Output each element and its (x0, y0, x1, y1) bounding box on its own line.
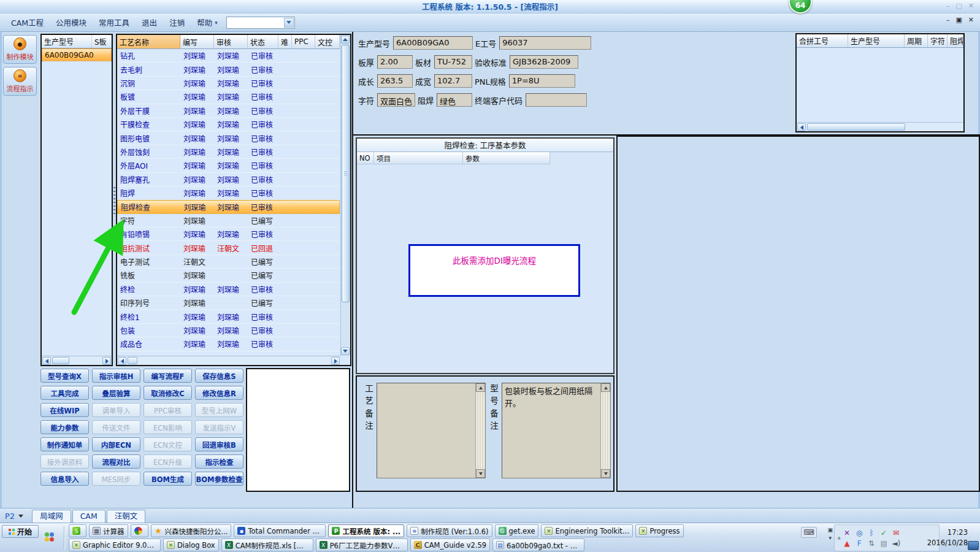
mask-field[interactable]: 绿色 (437, 93, 472, 107)
taskbar-clock[interactable]: 17:23 2016/10/28 (927, 527, 968, 548)
task-button[interactable]: ▤ 6a00b09ga0.txt - 写字板 (492, 539, 584, 551)
process-row[interactable]: 铣板 刘琛瑜 已编写 (117, 269, 340, 282)
tray-icon[interactable]: ◄) (892, 539, 900, 548)
minimize-icon[interactable]: – (946, 2, 950, 10)
desktop-tab[interactable]: 局域网 (32, 510, 71, 523)
menu-cam-project[interactable]: CAM工程 (5, 15, 50, 30)
action-button[interactable]: 编写流程F (144, 369, 192, 383)
task-button[interactable]: ▪ Total Commander 7.0... (234, 524, 326, 537)
col-status[interactable]: 状态 (248, 35, 278, 48)
tray-icon[interactable]: ⇅ (867, 539, 876, 548)
start-button[interactable]: 开始 (2, 525, 39, 538)
menu-logout[interactable]: 注销 (163, 15, 191, 30)
standard-field[interactable]: GJB362B-2009 (510, 55, 578, 69)
process-row[interactable]: 沉铜 刘琛瑜 刘琛瑜 已审核 (117, 77, 340, 90)
tray-icon[interactable]: ▲ (843, 539, 851, 548)
task-button[interactable]: ✕ Progress (635, 524, 683, 537)
action-button[interactable]: MES同步 (92, 472, 140, 486)
task-button[interactable]: ✕ Graphic Editor 9.07b2 (0... (69, 539, 161, 551)
task-button[interactable] (131, 524, 148, 537)
toolbar-restore-control[interactable]: ▣▾ (827, 526, 833, 542)
process-row[interactable]: 字符 刘琛瑜 已编写 (117, 214, 340, 228)
desktop-selector[interactable]: P2 (5, 512, 23, 521)
process-row[interactable]: 外层干膜 刘琛瑜 刘琛瑜 已审核 (117, 104, 340, 118)
process-row[interactable]: 去毛刺 刘琛瑜 刘琛瑜 已审核 (117, 63, 340, 76)
tray-icon[interactable]: F (855, 539, 863, 548)
process-row[interactable]: 外层蚀刻 刘琛瑜 刘琛瑜 已审核 (117, 145, 340, 159)
col-param[interactable]: 参数 (463, 152, 550, 164)
action-button[interactable]: 叠层验算 (92, 386, 140, 400)
menu-combobox[interactable] (226, 17, 295, 29)
task-button[interactable]: ▦ 计算器 (89, 524, 128, 537)
process-row[interactable]: 印序列号 刘琛瑜 已编写 (117, 296, 340, 310)
process-row[interactable]: 有铅喷锡 刘琛瑜 刘琛瑜 已审核 (117, 228, 340, 241)
col-difficulty[interactable]: 难 (278, 35, 292, 48)
menu-common-tools[interactable]: 常用工具 (93, 15, 136, 30)
process-row[interactable]: 板镀 刘琛瑜 刘琛瑜 已审核 (117, 90, 340, 104)
child-close-icon[interactable]: ✕ (968, 16, 974, 24)
task-button[interactable]: S (69, 524, 86, 537)
task-button[interactable]: ✕ Engineering Toolkit 9.... (541, 524, 633, 537)
action-button[interactable]: ECN影响 (144, 420, 192, 434)
action-button[interactable]: ECN文控 (144, 437, 192, 451)
action-button[interactable]: 指示检查 (195, 454, 243, 469)
show-desktop-button[interactable] (968, 541, 979, 550)
col-mask[interactable]: 阻焊 (947, 34, 963, 47)
child-minimize-icon[interactable]: – (946, 16, 950, 24)
model-row[interactable]: 6A00B09GA0 (42, 48, 112, 61)
model-remark-scrollbar[interactable] (600, 383, 610, 478)
action-button[interactable]: 型号上网W (195, 403, 243, 417)
process-row[interactable]: 钻孔 刘琛瑜 刘琛瑜 已审核 (117, 49, 340, 63)
tray-icon[interactable]: ᛒ (867, 529, 876, 537)
action-button[interactable]: 型号查询X (40, 369, 89, 383)
task-button[interactable]: ★ 兴森快捷衡阳分公... (151, 524, 232, 537)
col-merge-model[interactable]: 生产型号 (848, 34, 905, 47)
scroll-down-icon[interactable] (341, 347, 350, 355)
scroll-thumb[interactable] (52, 357, 69, 364)
scroll-thumb[interactable] (128, 357, 137, 364)
menu-common-modules[interactable]: 公用模块 (50, 15, 93, 30)
merge-h-scrollbar[interactable] (797, 122, 963, 131)
scroll-right-icon[interactable] (331, 357, 340, 365)
action-button[interactable]: 在线WIP (40, 403, 89, 417)
action-button[interactable]: 传送文件 (92, 420, 140, 434)
scroll-thumb[interactable] (807, 123, 905, 131)
keyboard-layout-icon[interactable]: ⌨ (801, 527, 817, 538)
craft-remark-textarea[interactable] (377, 383, 486, 478)
menu-exit[interactable]: 退出 (136, 15, 163, 30)
desktop-tab[interactable]: CAM (72, 510, 105, 523)
action-button[interactable]: 回退审核B (195, 437, 243, 451)
tray-collapse-icon[interactable]: « (836, 536, 843, 540)
thickness-field[interactable]: 2.00 (377, 55, 413, 69)
action-button[interactable]: 工具完成 (40, 386, 89, 400)
scroll-up-icon[interactable] (476, 383, 485, 392)
client-field[interactable] (526, 93, 587, 107)
close-icon[interactable]: ✕ (968, 2, 974, 10)
maximize-icon[interactable]: ▢ (955, 2, 962, 10)
action-button[interactable]: ECN升级 (144, 454, 192, 469)
pnl-field[interactable]: 1P=8U (509, 74, 575, 88)
action-button[interactable]: 内部ECN (92, 437, 140, 451)
length-field[interactable]: 263.5 (377, 74, 413, 88)
scroll-right-icon[interactable] (102, 357, 111, 365)
desktop-tab[interactable]: 汪朝文 (107, 510, 146, 523)
action-button[interactable]: 制作通知单 (40, 437, 89, 451)
sidebar-module-button[interactable]: ≡ 流程指示 (3, 67, 37, 96)
combo-dropdown-icon[interactable] (284, 18, 294, 28)
col-cycle[interactable]: 周期 (905, 34, 928, 47)
col-ppc[interactable]: PPC (292, 35, 315, 48)
action-button[interactable]: 信息导入 (40, 472, 89, 486)
tray-icon[interactable]: ✉ (892, 529, 900, 537)
material-field[interactable]: TU-752 (434, 55, 472, 69)
scroll-up-icon[interactable] (341, 36, 350, 44)
col-doc-control[interactable]: 文控 (315, 35, 340, 48)
action-button[interactable]: 接外调资料 (40, 454, 89, 469)
col-silkscreen[interactable]: 字符 (928, 34, 947, 47)
col-auditor[interactable]: 审核 (214, 35, 248, 48)
tray-icon[interactable]: ✕ (843, 529, 851, 537)
scroll-left-icon[interactable] (118, 357, 126, 365)
process-row[interactable]: 干膜检查 刘琛瑜 刘琛瑜 已审核 (117, 118, 340, 131)
process-h-scrollbar[interactable] (117, 356, 340, 365)
col-merge-job[interactable]: 合拼工号 (797, 34, 848, 47)
scroll-down-icon[interactable] (476, 469, 485, 478)
